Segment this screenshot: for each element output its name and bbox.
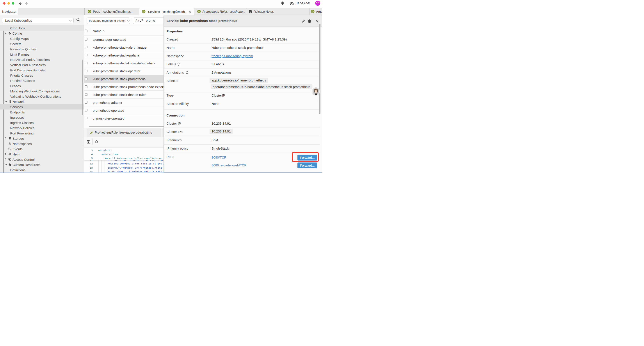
svg-text:HELM: HELM (8, 153, 11, 155)
